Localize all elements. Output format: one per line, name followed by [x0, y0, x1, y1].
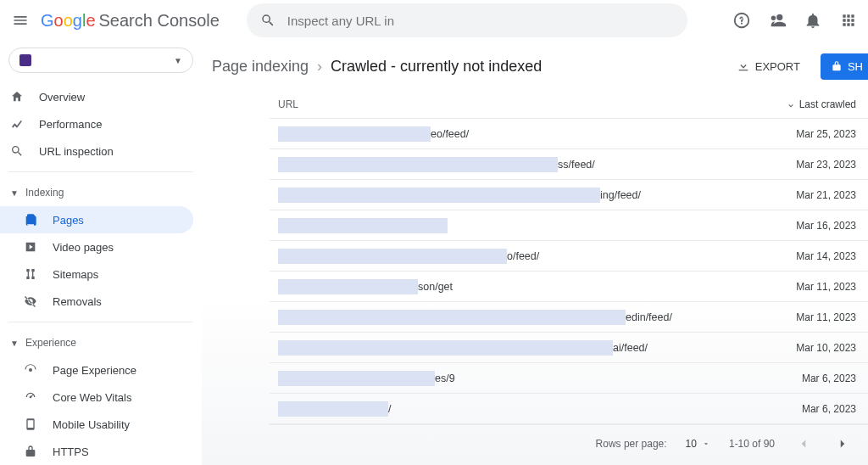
- nav-core-web-vitals[interactable]: Core Web Vitals: [0, 384, 193, 411]
- breadcrumb-parent[interactable]: Page indexing: [212, 58, 309, 76]
- mobile-icon: [24, 417, 39, 431]
- nav-performance[interactable]: Performance: [0, 110, 193, 137]
- nav-mobile-usability[interactable]: Mobile Usability: [0, 411, 193, 438]
- video-icon: [24, 240, 39, 254]
- section-label: Experience: [25, 337, 76, 349]
- redacted-url: [278, 249, 507, 264]
- nav-label: Core Web Vitals: [53, 391, 131, 404]
- rows-per-page-select[interactable]: 10: [686, 438, 710, 450]
- table-row[interactable]: ss/feed/Mar 23, 2023: [270, 149, 868, 180]
- table-row[interactable]: Mar 16, 2023: [270, 210, 868, 241]
- url-tail: es/9: [435, 373, 455, 384]
- property-selector[interactable]: ▼: [8, 48, 193, 73]
- nav-video-pages[interactable]: Video pages: [0, 233, 193, 261]
- url-tail: edin/feed/: [626, 311, 672, 323]
- menu-button[interactable]: [10, 10, 31, 31]
- nav-section-experience[interactable]: ▼ Experience: [0, 329, 193, 356]
- last-crawled-date: Mar 25, 2023: [763, 128, 856, 140]
- svg-point-0: [29, 368, 32, 372]
- nav-overview[interactable]: Overview: [0, 83, 193, 110]
- section-label: Indexing: [25, 187, 64, 199]
- redacted-url: [278, 218, 448, 233]
- table-row[interactable]: eo/feed/Mar 25, 2023: [270, 119, 868, 149]
- removals-icon: [24, 294, 39, 308]
- breadcrumb: Page indexing › Crawled - currently not …: [212, 58, 542, 76]
- help-icon[interactable]: [732, 11, 751, 30]
- table-row[interactable]: o/feed/Mar 14, 2023: [270, 241, 868, 272]
- url-tail: ai/feed/: [613, 342, 648, 354]
- product-logo: Google Search Console: [41, 11, 220, 31]
- url-inspect-searchbox[interactable]: [247, 3, 687, 37]
- redacted-url: [278, 279, 418, 294]
- redacted-url: [278, 188, 600, 203]
- last-crawled-date: Mar 21, 2023: [763, 189, 856, 201]
- share-button[interactable]: SH: [821, 53, 868, 80]
- chevron-down-icon: ▼: [10, 188, 20, 198]
- property-favicon: [19, 54, 31, 66]
- download-icon: [737, 59, 750, 73]
- lock-icon: [831, 60, 843, 72]
- main-content: Page indexing › Crawled - currently not …: [202, 41, 868, 465]
- notifications-icon[interactable]: [804, 11, 822, 30]
- redacted-url: [278, 401, 388, 417]
- nav-label: HTTPS: [53, 445, 89, 458]
- nav-pages[interactable]: Pages: [0, 206, 193, 233]
- url-tail: son/get: [418, 281, 453, 293]
- last-crawled-date: Mar 23, 2023: [763, 159, 856, 171]
- table-header: URL Last crawled: [270, 90, 868, 119]
- last-crawled-date: Mar 16, 2023: [763, 220, 856, 232]
- nav-section-indexing[interactable]: ▼ Indexing: [0, 179, 193, 206]
- rows-per-page-label: Rows per page:: [596, 438, 667, 450]
- pages-icon: [24, 213, 39, 227]
- google-logo: Google: [41, 11, 96, 31]
- sitemap-icon: [24, 267, 39, 281]
- last-crawled-date: Mar 6, 2023: [763, 373, 856, 384]
- nav-label: Overview: [39, 91, 85, 104]
- search-icon: [260, 13, 275, 28]
- url-tail: ing/feed/: [600, 189, 641, 201]
- nav-https[interactable]: HTTPS: [0, 438, 193, 465]
- col-header-last-crawled[interactable]: Last crawled: [763, 98, 856, 110]
- last-crawled-date: Mar 6, 2023: [763, 403, 856, 415]
- lock-icon: [24, 445, 39, 458]
- table-row[interactable]: es/9Mar 6, 2023: [270, 363, 868, 394]
- chevron-down-icon: [702, 440, 710, 448]
- table-row[interactable]: ai/feed/Mar 10, 2023: [270, 333, 868, 363]
- nav-page-experience[interactable]: Page Experience: [0, 356, 193, 384]
- page-experience-icon: [24, 363, 39, 377]
- redacted-url: [278, 340, 613, 356]
- redacted-url: [278, 310, 626, 325]
- nav-label: Page Experience: [53, 364, 136, 377]
- table-row[interactable]: ing/feed/Mar 21, 2023: [270, 180, 868, 210]
- nav-label: Removals: [53, 295, 102, 308]
- last-crawled-date: Mar 11, 2023: [763, 281, 856, 293]
- nav-label: Mobile Usability: [53, 418, 130, 431]
- table-row[interactable]: son/getMar 11, 2023: [270, 272, 868, 302]
- home-icon: [10, 90, 25, 104]
- prev-page-button[interactable]: [793, 434, 814, 454]
- redacted-url: [278, 126, 431, 142]
- table-row[interactable]: /Mar 6, 2023: [270, 394, 868, 424]
- url-tail: eo/feed/: [431, 128, 469, 140]
- next-page-button[interactable]: [832, 434, 853, 454]
- arrow-down-icon: [786, 99, 796, 109]
- nav-removals[interactable]: Removals: [0, 288, 193, 315]
- last-crawled-date: Mar 14, 2023: [763, 250, 856, 262]
- export-label: EXPORT: [755, 60, 800, 73]
- apps-icon[interactable]: [839, 11, 858, 30]
- nav-label: Performance: [39, 118, 102, 131]
- nav-label: URL inspection: [39, 145, 114, 158]
- url-inspect-input[interactable]: [287, 14, 674, 28]
- table-row[interactable]: edin/feed/Mar 11, 2023: [270, 302, 868, 333]
- export-button[interactable]: EXPORT: [726, 53, 810, 80]
- last-crawled-date: Mar 10, 2023: [763, 342, 856, 354]
- col-header-url[interactable]: URL: [270, 98, 763, 110]
- nav-url-inspection[interactable]: URL inspection: [0, 137, 193, 165]
- last-crawled-date: Mar 11, 2023: [763, 311, 856, 323]
- share-label: SH: [848, 60, 863, 73]
- nav-sitemaps[interactable]: Sitemaps: [0, 261, 193, 288]
- speed-icon: [24, 390, 39, 404]
- users-icon[interactable]: [768, 11, 787, 30]
- redacted-url: [278, 371, 435, 386]
- chevron-right-icon: ›: [317, 58, 322, 76]
